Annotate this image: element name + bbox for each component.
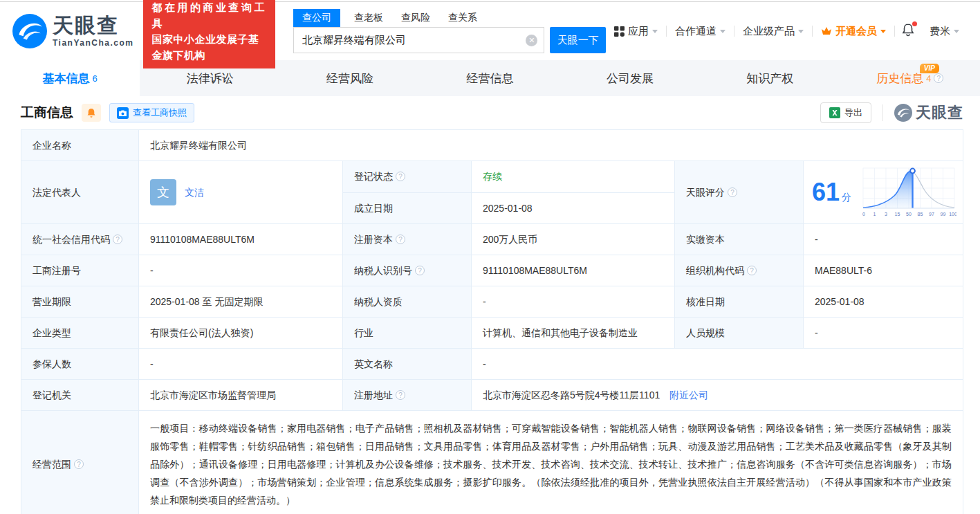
search-tab-company[interactable]: 查公司 [293,9,340,27]
help-icon[interactable]: ? [728,187,737,197]
chevron-down-icon [652,30,658,33]
field-label: 企业名称 [21,130,139,161]
tab-label: 公司发展 [607,71,654,86]
export-label: 导出 [844,107,862,119]
tab-label: 经营风险 [326,71,373,86]
tab-label: 知识产权 [746,71,793,86]
nav-cooperation[interactable]: 合作通道 [667,25,734,38]
reg-address-value: 北京市海淀区忍冬路5号院4号楼11层1101 [483,389,660,401]
username: 费米 [930,25,950,38]
top-nav: 应用 合作通道 企业级产品 开通会员 [606,24,968,39]
promo-line2: 国家中小企业发展子基金旗下机构 [151,31,267,64]
taxpayer-id-value: 91110108MAE88ULT6M [472,255,675,286]
svg-text:0: 0 [862,212,865,217]
nav-apps[interactable]: 应用 [606,25,666,38]
field-label: 纳税人资质 [343,286,472,318]
tab-legal-proceedings[interactable]: 法律诉讼 [140,60,279,96]
tab-count: 6 [93,73,98,84]
business-info-table: 企业名称 北京耀昇终端有限公司 法定代表人 文 文洁 登记状态 ? 存续 天眼评… [0,129,980,514]
tab-operating-risk[interactable]: 经营风险 [280,60,420,96]
field-label: 英文名称 [343,349,472,380]
field-label: 纳税人识别号 [354,264,412,277]
field-label: 参保人数 [21,349,139,380]
field-label: 天眼评分 [686,185,725,199]
help-icon[interactable]: ? [113,235,122,244]
export-button[interactable]: 导出 [820,102,871,123]
search-area: 查公司 查老板 查风险 查关系 ✕ 天眼一下 [293,9,606,53]
tab-company-development[interactable]: 公司发展 [560,60,700,96]
svg-text:99: 99 [941,212,946,217]
search-tab-risk[interactable]: 查风险 [401,9,430,27]
search-tab-boss[interactable]: 查老板 [354,9,383,27]
nav-apps-label: 应用 [628,25,649,38]
help-icon[interactable]: ? [415,266,425,275]
reg-authority-value: 北京市海淀区市场监督管理局 [139,380,343,411]
vip-badge: VIP [920,64,939,73]
business-snapshot-button[interactable]: 查看工商快照 [109,103,194,122]
svg-text:1: 1 [873,212,876,217]
crown-icon [821,26,832,36]
apps-grid-icon [614,26,625,37]
staff-size-value: - [804,318,963,349]
nav-open-vip[interactable]: 开通会员 [813,25,894,38]
tab-history-info[interactable]: VIP 历史信息 4 ? [840,60,980,96]
tab-basic-info[interactable]: 基本信息 6 [0,60,140,96]
svg-text:3: 3 [885,212,887,217]
help-icon[interactable]: ? [396,390,405,400]
vertical-divider [882,104,883,121]
help-icon[interactable]: ? [396,172,405,181]
status-badge: 存续 [483,171,502,182]
help-icon[interactable]: ? [747,266,757,275]
table-row: 企业类型 有限责任公司(法人独资) 行业 计算机、通信和其他电子设备制造业 人员… [21,318,963,349]
brand-name: 天眼查 [53,15,133,36]
tab-count: 4 [926,73,931,84]
search-button[interactable]: 天眼一下 [550,27,606,53]
field-label: 营业期限 [21,286,139,318]
field-label: 行业 [343,318,472,349]
svg-text:97: 97 [929,212,934,217]
nearby-companies-link[interactable]: 附近公司 [669,389,708,401]
page-tab-bar: 基本信息 6 法律诉讼 经营风险 经营信息 公司发展 知识产权 VIP 历史信息… [0,60,980,96]
business-info-section-bar: 工商信息 查看工商快照 导出 天眼查 [0,96,980,129]
paid-capital-value: - [804,224,963,255]
tianyan-score: 61 分 [809,165,957,219]
tianyancha-logo[interactable]: 天眼查 TianYanCha.com [12,14,133,48]
help-icon[interactable]: ? [74,459,84,469]
score-value: 61 [812,180,840,205]
avatar: 文 [150,179,176,205]
table-row: 法定代表人 文 文洁 登记状态 ? 存续 天眼评分 ? 61 分 [21,161,963,193]
tianyancha-logo-icon [12,14,47,48]
tab-operating-info[interactable]: 经营信息 [420,60,560,96]
field-label: 经营范围 [33,457,71,471]
notification-bell[interactable] [895,24,921,39]
field-label: 登记状态 [354,169,393,183]
table-row: 统一社会信用代码 ? 91110108MAE88ULT6M 注册资本 ? 200… [21,224,963,255]
svg-text:85: 85 [918,212,923,217]
chevron-down-icon [954,30,959,33]
nav-user[interactable]: 费米 [921,25,968,38]
field-label: 注册资本 [354,232,393,246]
bell-icon [86,108,96,118]
nav-enterprise-products[interactable]: 企业级产品 [734,25,812,38]
excel-icon [829,107,840,118]
monitor-bell-button[interactable] [82,104,101,122]
nav-enterprise-label: 企业级产品 [743,25,795,38]
tab-label: 历史信息 [876,71,923,86]
search-tab-relation[interactable]: 查关系 [448,9,477,27]
chevron-down-icon [798,30,804,33]
legal-rep-link[interactable]: 文洁 [185,185,204,199]
help-icon[interactable]: ? [934,73,943,83]
chevron-down-icon [720,30,725,33]
svg-text:50: 50 [906,212,912,217]
svg-text:15: 15 [895,212,900,217]
table-row: 参保人数 - 英文名称 - [21,349,963,380]
org-code-value: MAE88ULT-6 [804,255,963,286]
taxpayer-qualification-value: - [472,286,675,318]
table-row: 营业期限 2025-01-08 至 无固定期限 纳税人资质 - 核准日期 202… [21,286,963,318]
search-box: ✕ [293,27,544,53]
tab-intellectual-property[interactable]: 知识产权 [700,60,840,96]
search-input[interactable] [294,28,544,53]
field-label: 登记机关 [21,380,139,411]
industry-value: 计算机、通信和其他电子设备制造业 [472,318,675,349]
help-icon[interactable]: ? [396,235,405,244]
